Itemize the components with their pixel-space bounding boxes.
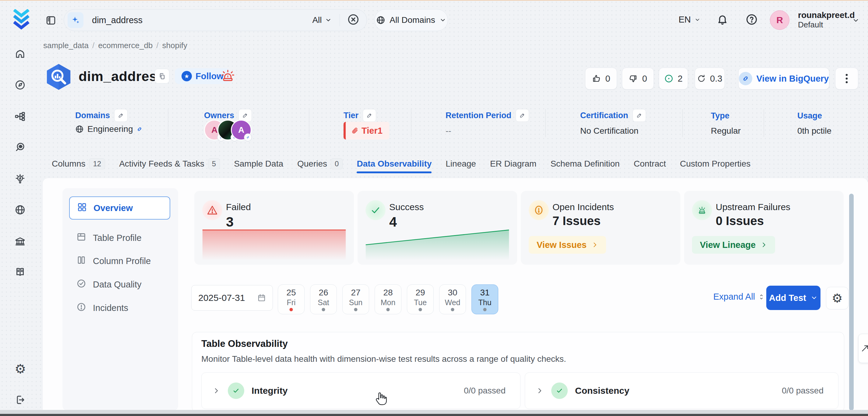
- domain-value[interactable]: Engineering: [75, 124, 143, 134]
- view-in-bigquery-button[interactable]: View in BigQuery: [738, 68, 829, 90]
- upstream-failures-card: Upstream Failures 0 Issues View Lineage: [684, 191, 844, 265]
- tab-schema-definition[interactable]: Schema Definition: [550, 159, 619, 169]
- sidebar-item-table-profile[interactable]: Table Profile: [76, 229, 142, 247]
- collapsed-side-panel-tab[interactable]: [858, 334, 868, 363]
- global-search-bar[interactable]: dim_address All: [64, 9, 367, 31]
- user-avatar[interactable]: R: [770, 10, 789, 30]
- upvote-button[interactable]: 0: [585, 68, 617, 90]
- breadcrumb-schema[interactable]: shopify: [162, 41, 187, 50]
- day-chip-26[interactable]: 26Sat: [310, 284, 337, 314]
- chevron-right-icon: [591, 242, 598, 248]
- search-scope-dropdown[interactable]: All: [312, 15, 331, 25]
- sidebar-toggle-icon[interactable]: [46, 15, 56, 27]
- bigquery-entity-icon: [45, 63, 72, 92]
- expand-all-button[interactable]: Expand All: [713, 292, 765, 302]
- logout-icon[interactable]: [14, 394, 26, 407]
- dimension-consistency-accordion[interactable]: Consistency 0/0 passed: [525, 373, 838, 409]
- sidebar-item-data-quality[interactable]: Data Quality: [76, 275, 142, 294]
- warning-triangle-icon: [202, 200, 222, 220]
- help-icon[interactable]: [746, 13, 758, 27]
- tab-lineage[interactable]: Lineage: [445, 159, 476, 169]
- search-input[interactable]: dim_address: [92, 15, 312, 25]
- chevron-right-icon: [536, 387, 543, 394]
- breadcrumb-database[interactable]: ecommerce_db: [98, 41, 153, 50]
- downvote-button[interactable]: 0: [622, 68, 654, 90]
- day-chip-27[interactable]: 27Sun: [342, 284, 369, 314]
- version-button[interactable]: 0.3: [695, 68, 725, 90]
- day-chip-31-selected[interactable]: 31Thu: [471, 284, 498, 314]
- tab-er-diagram[interactable]: ER Diagram: [490, 159, 536, 169]
- pencil-icon: [118, 113, 124, 119]
- domains-globe-icon[interactable]: [14, 204, 26, 217]
- logo-icon: [11, 9, 32, 30]
- lineage-flow-icon[interactable]: [14, 111, 26, 123]
- notifications-bell-icon[interactable]: [716, 13, 728, 27]
- edit-domains-button[interactable]: [114, 109, 128, 122]
- thumbs-down-icon: [629, 74, 638, 83]
- user-menu-chevron-icon[interactable]: [852, 17, 860, 25]
- domain-filter-dropdown[interactable]: All Domains: [374, 9, 448, 31]
- glossary-book-icon[interactable]: [14, 266, 26, 279]
- retention-value: --: [445, 126, 452, 136]
- day-chip-28[interactable]: 28Mon: [375, 284, 401, 314]
- tab-columns[interactable]: Columns12: [52, 158, 105, 169]
- owner-avatar-3[interactable]: A: [231, 120, 252, 140]
- pencil-icon: [366, 113, 372, 119]
- edit-certification-button[interactable]: [632, 109, 646, 122]
- status-dot: [354, 308, 358, 311]
- link-icon: [739, 72, 752, 85]
- globe-icon: [376, 15, 385, 25]
- vertical-scrollbar[interactable]: [849, 194, 854, 411]
- observability-settings-button[interactable]: ⚙: [826, 287, 848, 310]
- edit-retention-button[interactable]: [516, 109, 529, 122]
- tab-queries[interactable]: Queries0: [297, 158, 343, 169]
- app-logo[interactable]: [11, 9, 32, 31]
- view-lineage-button[interactable]: View Lineage: [692, 236, 775, 254]
- edit-tier-button[interactable]: [363, 109, 376, 122]
- add-test-button[interactable]: Add Test: [766, 286, 820, 310]
- explore-compass-icon[interactable]: [14, 79, 26, 92]
- retention-field: Retention Period: [445, 109, 529, 122]
- day-chip-30[interactable]: 30Wed: [439, 284, 466, 314]
- tab-activity-feeds[interactable]: Activity Feeds & Tasks5: [119, 158, 220, 169]
- check-circle-icon: [76, 279, 86, 291]
- sidebar-item-column-profile[interactable]: Column Profile: [76, 252, 151, 270]
- breadcrumb-service[interactable]: sample_data: [43, 41, 89, 50]
- settings-gear-icon[interactable]: ⚙: [14, 363, 26, 375]
- tier-badge[interactable]: Tier1: [344, 122, 389, 139]
- language-selector[interactable]: EN: [679, 14, 701, 25]
- breadcrumb: sample_data / ecommerce_db / shopify: [43, 41, 187, 50]
- tab-sample-data[interactable]: Sample Data: [234, 159, 283, 169]
- date-picker-input[interactable]: 2025-07-31: [191, 285, 273, 311]
- success-tests-card: Success 4: [358, 191, 517, 265]
- sidebar-item-overview[interactable]: Overview: [69, 196, 170, 220]
- observability-search-icon[interactable]: [14, 142, 26, 154]
- failed-dot: [290, 308, 293, 311]
- section-title: Table Observability: [201, 338, 288, 349]
- status-dot: [322, 308, 325, 311]
- search-clear-icon[interactable]: [347, 13, 360, 27]
- govern-bank-icon[interactable]: [14, 236, 26, 248]
- tab-contract[interactable]: Contract: [634, 159, 666, 169]
- upstream-siren-icon: [692, 200, 712, 220]
- sidebar-item-incidents[interactable]: Incidents: [76, 299, 128, 317]
- home-icon[interactable]: [14, 49, 26, 61]
- more-options-button[interactable]: [835, 68, 858, 90]
- day-chip-25[interactable]: 25Fri: [278, 284, 305, 314]
- pencil-icon: [519, 113, 525, 119]
- alert-siren-icon[interactable]: [220, 68, 236, 85]
- success-trend-sparkline: [364, 227, 510, 260]
- certification-field: Certification: [580, 109, 646, 122]
- user-menu[interactable]: rounakpreet.d Default: [798, 10, 855, 29]
- watch-button[interactable]: 2: [659, 68, 688, 90]
- dimension-pass-icon: [551, 383, 568, 399]
- day-chip-29[interactable]: 29Tue: [407, 284, 434, 314]
- view-issues-button[interactable]: View Issues: [529, 236, 606, 254]
- tab-data-observability[interactable]: Data Observability: [356, 159, 432, 169]
- dimension-integrity-accordion[interactable]: Integrity 0/0 passed: [201, 373, 521, 409]
- tab-custom-properties[interactable]: Custom Properties: [680, 159, 750, 169]
- copy-name-button[interactable]: [155, 69, 169, 84]
- status-dot: [451, 308, 455, 311]
- insights-bulb-icon[interactable]: [14, 173, 26, 186]
- owner-avatars[interactable]: A A: [204, 120, 253, 140]
